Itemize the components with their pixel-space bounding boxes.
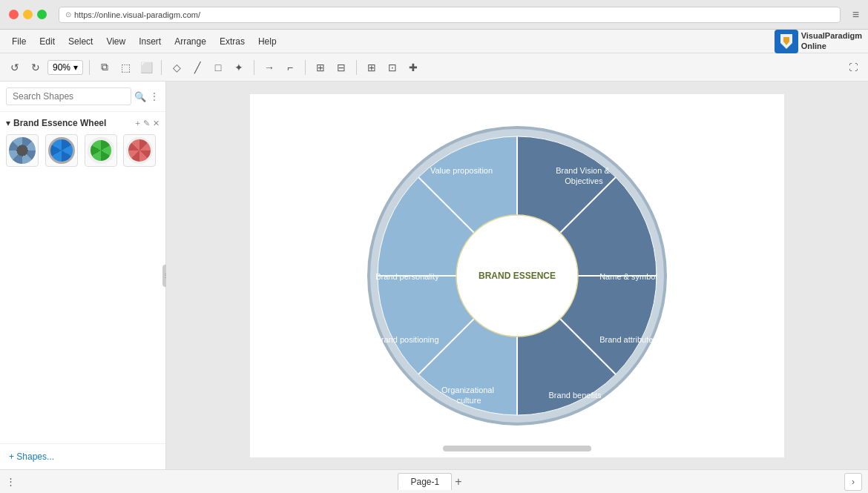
paste-button[interactable]: ⬚ [116,59,134,76]
close-section-button[interactable]: ✕ [153,119,160,128]
collapse-icon[interactable]: ▾ [6,118,10,128]
main-layout: 🔍 ⋮ ▾ Brand Essence Wheel + ✎ ✕ [0,82,868,469]
search-input[interactable] [6,87,131,105]
sidebar: 🔍 ⋮ ▾ Brand Essence Wheel + ✎ ✕ [0,82,166,469]
brand-essence-wheel[interactable]: Brand Vision & Objectives Value proposit… [361,120,673,431]
label-value-proposition: Value proposition [430,166,493,175]
fullscreen-button[interactable]: ⛶ [844,59,862,76]
copy-button[interactable]: ⧉ [96,59,114,76]
more-options-button[interactable]: ⋮ [149,90,160,102]
search-area: 🔍 ⋮ [0,82,165,112]
section-header: ▾ Brand Essence Wheel + ✎ ✕ [6,118,160,128]
connector-button[interactable]: → [260,59,278,76]
edit-section-button[interactable]: ✎ [143,119,150,128]
fill-button[interactable]: ◇ [168,59,185,76]
waypoint-button[interactable]: ⌐ [281,59,299,76]
label-brand-personality: Brand personality [375,272,439,281]
page-tab-1[interactable]: Page-1 [398,473,452,490]
add-section-button[interactable]: + [136,119,140,128]
menu-insert[interactable]: Insert [133,33,167,50]
add-page-button[interactable]: + [455,475,461,489]
titlebar: ⊙ https://online.visual-paradigm.com/ ≡ [0,0,868,30]
shape-thumbnail-3[interactable] [85,134,117,167]
logo-line2: Online [801,42,862,51]
menu-view[interactable]: View [100,33,131,50]
shape-grid [6,134,160,167]
zoom-control[interactable]: 90% ▾ [47,60,83,75]
redo-button[interactable]: ↻ [27,59,45,76]
menu-file[interactable]: File [6,33,32,50]
url-bar[interactable]: ⊙ https://online.visual-paradigm.com/ [59,7,841,23]
toolbar-divider-4 [305,60,306,75]
url-icon: ⊙ [65,10,71,19]
logo-text: VisualParadigm Online [801,31,862,50]
toolbar-divider-2 [161,60,162,75]
delete-button[interactable]: ⬜ [137,59,155,76]
canvas-inner: Brand Vision & Objectives Value proposit… [250,94,784,457]
shape-thumbnail-2[interactable] [45,134,78,167]
canvas-area[interactable]: Brand Vision & Objectives Value proposit… [166,82,868,469]
menu-select[interactable]: Select [62,33,99,50]
menubar: File Edit Select View Insert Arrange Ext… [0,30,868,53]
section-actions: + ✎ ✕ [136,119,160,128]
add-shapes-button[interactable]: + Shapes... [0,443,165,469]
label-brand-benefits: Brand benefits [549,391,602,400]
label-brand-positioning: Brand positioning [375,335,438,344]
search-icon[interactable]: 🔍 [134,91,146,102]
stroke-button[interactable]: ╱ [188,59,206,76]
menu-extras[interactable]: Extras [214,33,251,50]
menu-edit[interactable]: Edit [33,33,61,50]
align-button[interactable]: ⊟ [332,59,350,76]
grid-button[interactable]: ⊞ [363,59,381,76]
traffic-lights [9,10,47,19]
add-shapes-label: + Shapes... [9,451,54,462]
url-text: https://online.visual-paradigm.com/ [74,10,200,19]
page-tabs: Page-1 + [22,473,838,490]
footer: ⋮ Page-1 + › [0,469,868,493]
center-label: BRAND ESSENCE [479,271,556,281]
horizontal-scrollbar[interactable] [443,446,591,451]
menu-arrange[interactable]: Arrange [168,33,212,50]
fit-button[interactable]: ⊡ [384,59,401,76]
wheel-thumb-1 [9,137,36,164]
label-brand-attributes: Brand attributes [599,335,657,344]
wheel-thumb-2 [48,137,75,164]
undo-button[interactable]: ↺ [6,59,24,76]
section-title: Brand Essence Wheel [13,118,133,128]
collapse-panel-button[interactable]: › [844,473,862,491]
logo-area: VisualParadigm Online [775,30,862,53]
vp-logo [775,30,798,53]
wheel-thumb-3 [88,137,114,164]
label-name-symbol: Name & symbol [599,272,657,281]
shape-thumbnail-4[interactable] [123,134,156,167]
hamburger-menu[interactable]: ≡ [852,8,859,21]
wheel-thumb-4 [126,137,153,164]
menu-help[interactable]: Help [252,33,283,50]
toolbar: ↺ ↻ 90% ▾ ⧉ ⬚ ⬜ ◇ ╱ □ ✦ → ⌐ ⊞ ⊟ ⊞ ⊡ ✚ ⛶ [0,53,868,82]
close-button[interactable] [9,10,19,19]
toolbar-divider-3 [254,60,254,75]
shape-section: ▾ Brand Essence Wheel + ✎ ✕ [0,112,165,443]
footer-menu-button[interactable]: ⋮ [6,476,16,487]
shape-thumbnail-1[interactable] [6,134,39,167]
logo-line1: VisualParadigm [801,31,862,41]
more-shapes-button[interactable]: ✦ [230,59,248,76]
zoom-value: 90% [53,62,70,73]
minimize-button[interactable] [23,10,33,19]
maximize-button[interactable] [37,10,47,19]
arrange-button[interactable]: ⊞ [312,59,329,76]
zoom-arrow: ▾ [73,62,78,73]
toolbar-divider-1 [89,60,90,75]
shape-button[interactable]: □ [209,59,227,76]
toolbar-divider-5 [356,60,357,75]
insert-button[interactable]: ✚ [404,59,422,76]
